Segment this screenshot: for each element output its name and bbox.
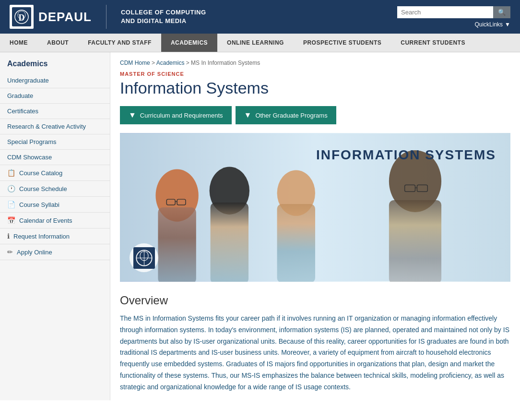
schedule-icon: 🕐 (7, 185, 15, 192)
sidebar-link-course-syllabi[interactable]: 📄 Course Syllabi (0, 197, 110, 213)
sidebar-title: Academics (0, 60, 110, 73)
sidebar-link-calendar[interactable]: 📅 Calendar of Events (0, 213, 110, 228)
breadcrumb-sep1: > (152, 60, 156, 66)
sidebar-item-research[interactable]: Research & Creative Activity (0, 119, 110, 134)
sidebar-item-cdm-showcase[interactable]: CDM Showcase (0, 150, 110, 165)
page-subtitle: MASTER OF SCIENCE (120, 71, 510, 77)
nav-faculty[interactable]: FACULTY AND STAFF (78, 34, 161, 52)
sidebar-link-course-schedule-label: Course Schedule (19, 185, 67, 192)
overview-title: Overview (120, 294, 510, 307)
svg-rect-11 (389, 200, 441, 282)
sidebar-link-course-syllabi-label: Course Syllabi (19, 201, 59, 208)
depaul-text: DEPAUL (38, 10, 92, 24)
breadcrumb-current: MS In Information Systems (191, 60, 260, 66)
nav-prospective[interactable]: PROSPECTIVE STUDENTS (294, 34, 391, 52)
apply-icon: ✏ (7, 248, 13, 256)
dropdown-arrow-icon: ▼ (129, 111, 136, 120)
main-content: CDM Home > Academics > MS In Information… (110, 52, 520, 400)
sidebar: Academics Undergraduate Graduate Certifi… (0, 52, 110, 400)
search-bar[interactable]: 🔍 (397, 6, 510, 18)
hero-image: INFORMATION SYSTEMS (120, 133, 510, 282)
info-icon: ℹ (7, 232, 10, 240)
other-programs-button[interactable]: ▼ Other Graduate Programs (236, 106, 336, 124)
nav-about[interactable]: ABOUT (37, 34, 78, 52)
catalog-icon: 📋 (7, 169, 15, 177)
action-buttons: ▼ Curriculum and Requirements ▼ Other Gr… (120, 106, 510, 124)
nav-current[interactable]: CURRENT STUDENTS (391, 34, 475, 52)
sidebar-item-graduate[interactable]: Graduate (0, 88, 110, 104)
chevron-down-icon: ▼ (505, 21, 510, 28)
search-button[interactable]: 🔍 (493, 6, 510, 18)
sidebar-link-request-info[interactable]: ℹ Request Information (0, 228, 110, 244)
nav-academics[interactable]: ACADEMICS (161, 34, 217, 52)
syllabi-icon: 📄 (7, 201, 15, 208)
sidebar-link-calendar-label: Calendar of Events (19, 217, 72, 224)
hero-logo (130, 243, 158, 272)
overview-body: The MS in Information Systems fits your … (120, 313, 510, 393)
nav-online-learning[interactable]: ONLINE LEARNING (217, 34, 294, 52)
curriculum-btn-label: Curriculum and Requirements (140, 112, 223, 119)
calendar-icon: 📅 (7, 216, 15, 224)
hero-text-overlay: INFORMATION SYSTEMS (316, 147, 496, 163)
page-title: Information Systems (120, 79, 510, 97)
header-left: D DEPAUL COLLEGE OF COMPUTING AND DIGITA… (10, 5, 206, 29)
site-header: D DEPAUL COLLEGE OF COMPUTING AND DIGITA… (0, 0, 520, 34)
svg-rect-5 (158, 207, 196, 282)
quick-links-dropdown[interactable]: QuickLinks ▼ (474, 21, 510, 28)
sidebar-item-undergraduate[interactable]: Undergraduate (0, 73, 110, 88)
main-nav: HOME ABOUT FACULTY AND STAFF ACADEMICS O… (0, 34, 520, 52)
breadcrumb-academics[interactable]: Academics (156, 60, 185, 66)
breadcrumb: CDM Home > Academics > MS In Information… (120, 60, 510, 66)
sidebar-link-course-catalog-label: Course Catalog (19, 169, 62, 177)
header-right: 🔍 QuickLinks ▼ (397, 6, 510, 28)
sidebar-item-certificates[interactable]: Certificates (0, 104, 110, 119)
sidebar-link-request-info-label: Request Information (13, 233, 70, 240)
dropdown-arrow-icon-2: ▼ (244, 111, 252, 120)
sidebar-link-apply-online[interactable]: ✏ Apply Online (0, 244, 110, 260)
sidebar-link-apply-online-label: Apply Online (17, 249, 52, 256)
sidebar-link-course-catalog[interactable]: 📋 Course Catalog (0, 165, 110, 181)
main-layout: Academics Undergraduate Graduate Certifi… (0, 52, 520, 400)
nav-home[interactable]: HOME (0, 34, 37, 52)
college-name: COLLEGE OF COMPUTING AND DIGITAL MEDIA (121, 8, 206, 25)
search-input[interactable] (397, 6, 493, 18)
sidebar-link-course-schedule[interactable]: 🕐 Course Schedule (0, 181, 110, 197)
logo-area[interactable]: D DEPAUL (10, 5, 92, 29)
svg-rect-9 (277, 204, 315, 282)
depaul-logo-icon: D (10, 5, 34, 29)
header-divider (106, 5, 106, 29)
breadcrumb-sep2: > (186, 60, 191, 66)
breadcrumb-home[interactable]: CDM Home (120, 60, 150, 66)
curriculum-requirements-button[interactable]: ▼ Curriculum and Requirements (120, 106, 232, 124)
svg-text:D: D (19, 13, 25, 23)
svg-rect-7 (211, 203, 248, 282)
other-programs-btn-label: Other Graduate Programs (255, 112, 327, 119)
sidebar-item-special-programs[interactable]: Special Programs (0, 134, 110, 150)
